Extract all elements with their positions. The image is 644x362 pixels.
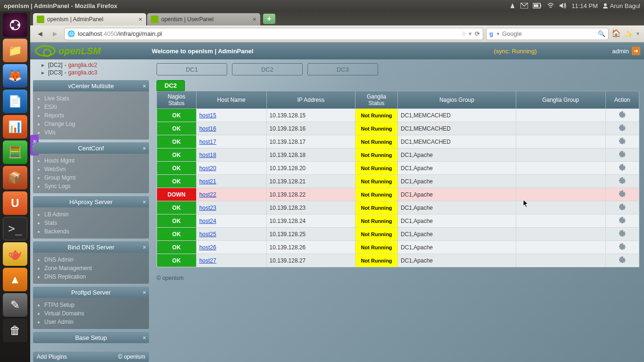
- url-bar[interactable]: 🌐 localhost:4050/infra/cgi/main.pl ☆ ▾ ⟳: [64, 28, 483, 40]
- expand-icon[interactable]: ▸: [41, 69, 46, 76]
- table-header[interactable]: Action: [605, 91, 639, 109]
- dc-tab[interactable]: DC3: [307, 63, 378, 75]
- firefox-icon[interactable]: 🦊: [3, 64, 27, 88]
- gear-icon[interactable]: [619, 243, 626, 250]
- dropdown-icon[interactable]: ▾: [469, 30, 472, 37]
- editor-icon[interactable]: ✎: [3, 293, 27, 317]
- browser-tab-0[interactable]: openlsm | AdminPanel ×: [33, 13, 146, 25]
- table-header[interactable]: Nagios Group: [397, 91, 516, 109]
- panel-item[interactable]: Stats: [44, 219, 143, 227]
- host-link[interactable]: host21: [199, 178, 216, 185]
- panel-close-icon[interactable]: ×: [142, 145, 146, 152]
- host-link[interactable]: host26: [199, 244, 216, 251]
- panel-item[interactable]: VMs: [44, 128, 143, 137]
- search-icon[interactable]: 🔍: [598, 30, 605, 37]
- network-icon[interactable]: [547, 2, 554, 9]
- battery-icon[interactable]: [533, 3, 542, 8]
- panel-header[interactable]: vCenter Multisite×: [33, 80, 149, 91]
- tree-link[interactable]: ganglia.dc3: [68, 69, 97, 76]
- panel-item[interactable]: Zone Management: [44, 264, 143, 272]
- gear-icon[interactable]: [619, 216, 626, 224]
- panel-item[interactable]: Change Log: [44, 120, 143, 128]
- panel-item[interactable]: Reports: [44, 111, 143, 120]
- panel-close-icon[interactable]: ×: [142, 198, 146, 206]
- host-link[interactable]: host15: [199, 112, 216, 119]
- tree-link[interactable]: ganglia.dc2: [68, 62, 97, 68]
- user-indicator[interactable]: Arun Bagul: [603, 2, 640, 9]
- panel-item[interactable]: Sync Logs: [44, 182, 143, 190]
- dropdown-icon[interactable]: ▼: [636, 31, 640, 36]
- host-link[interactable]: host17: [199, 139, 216, 145]
- panel-item[interactable]: DNS Admin: [44, 255, 143, 264]
- panel-close-icon[interactable]: ×: [142, 289, 146, 296]
- host-link[interactable]: host16: [199, 125, 216, 132]
- terminal-icon[interactable]: >_: [3, 217, 27, 240]
- search-bar[interactable]: g▼ 🔍: [486, 28, 609, 40]
- software-center-icon[interactable]: U: [3, 191, 27, 215]
- dc-tab[interactable]: DC1: [157, 63, 227, 75]
- mail-icon[interactable]: [520, 3, 528, 8]
- table-header[interactable]: IP Address: [266, 91, 355, 109]
- dc-tab[interactable]: DC2: [232, 63, 303, 75]
- software-sources-icon[interactable]: 📦: [3, 166, 27, 189]
- host-link[interactable]: host20: [199, 165, 216, 172]
- search-input[interactable]: [502, 30, 598, 37]
- panel-item[interactable]: DNS Replication: [44, 272, 143, 281]
- add-plugins-button[interactable]: Add Plugins: [37, 354, 67, 360]
- tab-close-icon[interactable]: ×: [253, 16, 256, 23]
- logout-button[interactable]: ➜: [632, 47, 640, 55]
- panel-item[interactable]: Hosts Mgmt: [44, 156, 143, 165]
- vlc-icon[interactable]: ▲: [3, 268, 27, 291]
- vlc-indicator-icon[interactable]: [509, 2, 516, 9]
- panel-header[interactable]: Base Setup×: [33, 332, 149, 343]
- tree-item[interactable]: ▸[DC2]-ganglia.dc2: [41, 61, 147, 69]
- gear-icon[interactable]: [619, 124, 626, 132]
- panel-item[interactable]: Group Mgmt: [44, 173, 143, 182]
- tea-icon[interactable]: 🫖: [3, 242, 27, 266]
- volume-icon[interactable]: [559, 2, 567, 9]
- panel-item[interactable]: User Admin: [44, 318, 143, 326]
- dropdown-icon[interactable]: ▼: [496, 32, 500, 36]
- tab-close-icon[interactable]: ×: [139, 16, 142, 23]
- tree-item[interactable]: ▸[DC3]-ganglia.dc3: [41, 69, 147, 76]
- writer-icon[interactable]: 📄: [3, 90, 27, 113]
- back-button[interactable]: ◄: [34, 28, 46, 40]
- clock[interactable]: 11:14 PM: [571, 2, 598, 9]
- host-link[interactable]: host25: [199, 231, 216, 238]
- addon-icon[interactable]: ✨: [625, 30, 633, 38]
- host-link[interactable]: host22: [199, 191, 216, 198]
- reload-icon[interactable]: ⟳: [475, 30, 480, 37]
- panel-item[interactable]: WebSvn: [44, 165, 143, 173]
- forward-button[interactable]: ►: [49, 28, 61, 40]
- host-link[interactable]: host27: [199, 257, 216, 264]
- gear-icon[interactable]: [619, 203, 626, 211]
- host-link[interactable]: host23: [199, 205, 216, 211]
- gear-icon[interactable]: [619, 230, 626, 237]
- gear-icon[interactable]: [619, 111, 626, 118]
- table-header[interactable]: Ganglia Status: [355, 91, 398, 109]
- table-header[interactable]: Host Name: [196, 91, 266, 109]
- home-button[interactable]: 🏠: [611, 29, 622, 39]
- files-icon[interactable]: 📁: [3, 39, 27, 62]
- panel-item[interactable]: FTPd Setup: [44, 301, 143, 309]
- panel-header[interactable]: HAproxy Server×: [33, 196, 149, 207]
- new-tab-button[interactable]: +: [263, 14, 275, 24]
- app-logo[interactable]: openLSM: [30, 45, 152, 57]
- gear-icon[interactable]: [619, 164, 626, 171]
- table-header[interactable]: Nagios Status: [157, 91, 197, 109]
- gear-icon[interactable]: [619, 177, 626, 184]
- panel-close-icon[interactable]: ×: [142, 244, 146, 251]
- table-header[interactable]: Ganglia Group: [516, 91, 605, 109]
- host-link[interactable]: host24: [199, 218, 216, 224]
- panel-header[interactable]: Proftpd Server×: [33, 287, 149, 298]
- calc-icon[interactable]: 🧮: [3, 140, 27, 164]
- panel-header[interactable]: Bind DNS Server×: [33, 241, 149, 253]
- host-link[interactable]: host18: [199, 152, 216, 158]
- panel-header[interactable]: CentConf×: [33, 142, 149, 154]
- trash-icon[interactable]: 🗑: [3, 319, 27, 342]
- impress-icon[interactable]: 📊: [3, 115, 27, 139]
- browser-tab-1[interactable]: openlsm | UserPanel ×: [147, 13, 260, 25]
- bookmark-icon[interactable]: ☆: [461, 30, 467, 37]
- panel-close-icon[interactable]: ×: [142, 334, 146, 341]
- gear-icon[interactable]: [619, 150, 626, 158]
